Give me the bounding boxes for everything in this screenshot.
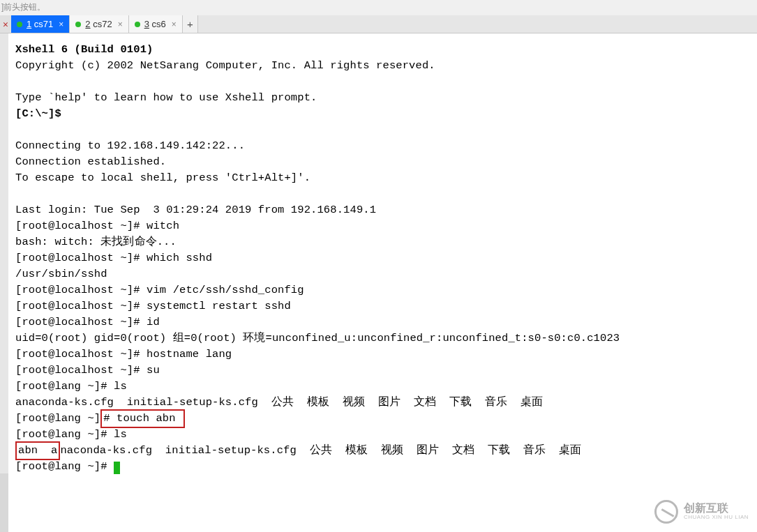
shell-line: [root@localhost ~]# id: [15, 316, 160, 328]
app-hint-text: ]前头按钮。: [0, 0, 757, 15]
tab-label: 3 cs6: [144, 19, 166, 29]
status-dot-icon: [135, 22, 140, 27]
shell-output: abn anaconda-ks.cfg initial-setup-ks.cfg…: [15, 444, 581, 457]
status-dot-icon: [17, 22, 22, 27]
close-icon[interactable]: ×: [172, 20, 177, 29]
shell-line: [root@localhost ~]# which sshd: [15, 252, 212, 264]
shell-line: [root@lang ~]# ls: [15, 428, 127, 441]
connect-line: Connecting to 192.168.149.142:22...: [15, 139, 245, 152]
watermark-text-cn: 创新互联: [684, 503, 749, 515]
shell-line: [root@localhost ~]# su: [15, 364, 160, 377]
bottom-left-panel: [0, 473, 8, 532]
tab-cs6[interactable]: 3 cs6 ×: [129, 15, 183, 33]
terminal-output[interactable]: Xshell 6 (Build 0101) Copyright (c) 2002…: [8, 33, 757, 532]
shell-line: [root@localhost ~]# systemctl restart ss…: [15, 300, 291, 312]
shell-line: [root@localhost ~]# vim /etc/ssh/sshd_co…: [15, 284, 304, 296]
highlight-box: abn a: [15, 441, 60, 460]
shell-line: [root@localhost ~]# hostname lang: [15, 348, 232, 360]
tab-label: 2 cs72: [85, 19, 112, 29]
tab-cs72[interactable]: 2 cs72 ×: [70, 15, 128, 33]
close-icon[interactable]: ×: [59, 20, 63, 29]
shell-line: [root@lang ~]# ls: [15, 380, 127, 393]
close-panel-button[interactable]: ✕: [0, 15, 11, 33]
tab-label: 1 cs71: [27, 19, 53, 29]
watermark-logo-icon: [654, 500, 678, 524]
help-hint: Type `help' to learn how to use Xshell p…: [15, 91, 317, 104]
cursor-icon: [114, 462, 120, 474]
status-dot-icon: [75, 22, 81, 27]
close-icon[interactable]: ×: [118, 20, 123, 29]
shell-line: [root@localhost ~]# witch: [15, 220, 179, 232]
connect-line: Connection established.: [15, 155, 166, 168]
connect-line: To escape to local shell, press 'Ctrl+Al…: [15, 172, 310, 184]
shell-prompt-current: [root@lang ~]#: [15, 460, 120, 473]
shell-output: bash: witch: 未找到命令...: [15, 236, 177, 248]
shell-output: /usr/sbin/sshd: [15, 268, 107, 280]
new-tab-button[interactable]: +: [183, 15, 198, 33]
watermark: 创新互联 CHUANG XIN HU LIAN: [654, 500, 749, 524]
watermark-text-en: CHUANG XIN HU LIAN: [684, 515, 749, 520]
tab-bar: ✕ 1 cs71 × 2 cs72 × 3 cs6 × +: [0, 15, 757, 33]
banner-line: Xshell 6 (Build 0101): [15, 43, 153, 56]
shell-line-highlight: [root@lang ~]# touch abn: [15, 412, 185, 425]
left-side-strip: [0, 15, 8, 532]
highlight-box: # touch abn: [100, 409, 185, 428]
shell-output: anaconda-ks.cfg initial-setup-ks.cfg 公共 …: [15, 396, 543, 409]
shell-output: uid=0(root) gid=0(root) 组=0(root) 环境=unc…: [15, 332, 620, 344]
local-prompt: [C:\~]$: [15, 107, 61, 120]
tab-cs71[interactable]: 1 cs71 ×: [11, 15, 70, 33]
copyright-line: Copyright (c) 2002 NetSarang Computer, I…: [15, 59, 435, 72]
last-login: Last login: Tue Sep 3 01:29:24 2019 from…: [15, 204, 376, 216]
